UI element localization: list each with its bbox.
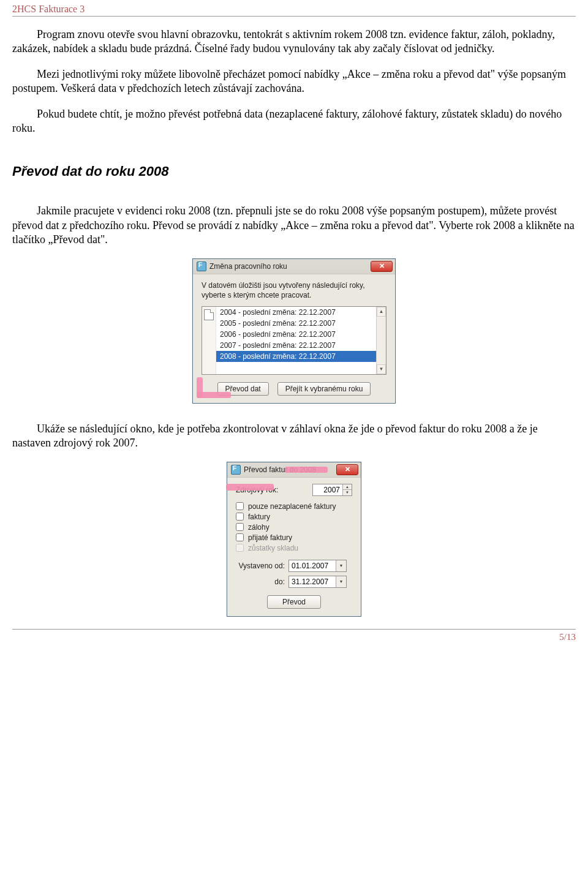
close-icon[interactable]: ✕ [371, 261, 393, 272]
chk-faktury[interactable]: faktury [236, 513, 352, 521]
annotation-marker [197, 392, 231, 398]
prevod-button[interactable]: Převod [267, 595, 321, 609]
app-icon [231, 465, 241, 475]
zdroj-rok-spinner[interactable]: ▲▼ [312, 484, 352, 496]
dialog-title: Změna pracovního roku [209, 262, 287, 271]
vystaveno-od-label: Vystaveno od: [236, 562, 285, 570]
chk-zalohy[interactable]: zálohy [236, 523, 352, 532]
list-item[interactable]: 2007 - poslední změna: 22.12.2007 [216, 340, 376, 351]
dialog-year-change: Změna pracovního roku ✕ V datovém úložiš… [192, 258, 396, 404]
annotation-marker [226, 484, 274, 491]
section-title: Převod dat do roku 2008 [12, 164, 576, 179]
close-icon[interactable]: ✕ [336, 464, 358, 475]
scroll-down-icon[interactable]: ▼ [377, 364, 386, 374]
header-rule [12, 16, 576, 17]
document-icon [204, 309, 214, 320]
do-input[interactable] [289, 576, 336, 587]
list-item[interactable]: 2004 - poslední změna: 22.12.2007 [216, 307, 376, 318]
app-icon [197, 261, 206, 271]
chk-pouze-nezaplacene[interactable]: pouze nezaplacené faktury [236, 502, 352, 511]
page-header: 2HCS Fakturace 3 [12, 0, 576, 16]
paragraph-5: Ukáže se následující okno, kde je potřeb… [12, 422, 576, 451]
do-label: do: [236, 577, 285, 586]
goto-year-button[interactable]: Přejít k vybranému roku [277, 382, 371, 396]
do-field[interactable]: ▾ [288, 576, 347, 588]
dialog-info-text: V datovém úložišti jsou vytvořeny násled… [202, 280, 386, 300]
vystaveno-od-field[interactable]: ▾ [288, 560, 347, 572]
list-item[interactable]: 2005 - poslední změna: 22.12.2007 [216, 318, 376, 329]
scroll-up-icon[interactable]: ▲ [377, 307, 386, 317]
dialog-prevod-faktur: Převod faktur do 2008 ✕ Zdrojový rok: ▲▼… [227, 462, 361, 617]
page-footer: 5/13 [12, 629, 576, 642]
paragraph-3: Pokud budete chtít, je možno převést pot… [12, 107, 576, 136]
vystaveno-od-input[interactable] [289, 560, 336, 571]
list-item[interactable]: 2008 - poslední změna: 22.12.2007 [216, 351, 376, 362]
listbox-icon-column [202, 307, 216, 374]
year-listbox[interactable]: 2004 - poslední změna: 22.12.20072005 - … [202, 306, 386, 375]
scrollbar[interactable]: ▲ ▼ [376, 307, 386, 374]
paragraph-1: Program znovu otevře svou hlavní obrazov… [12, 28, 576, 56]
paragraph-2: Mezi jednotlivými roky můžete libovolně … [12, 67, 576, 96]
zdroj-rok-input[interactable] [313, 484, 342, 495]
dialog-titlebar[interactable]: Změna pracovního roku ✕ [193, 259, 395, 274]
calendar-icon[interactable]: ▾ [336, 576, 346, 587]
list-item[interactable]: 2006 - poslední změna: 22.12.2007 [216, 329, 376, 340]
chk-prijate-faktury[interactable]: přijaté faktury [236, 533, 352, 542]
annotation-marker [285, 467, 328, 473]
paragraph-4: Jakmile pracujete v evidenci roku 2008 (… [12, 204, 576, 247]
chk-zustatky-skladu: zůstatky skladu [236, 544, 352, 552]
calendar-icon[interactable]: ▾ [336, 560, 346, 571]
